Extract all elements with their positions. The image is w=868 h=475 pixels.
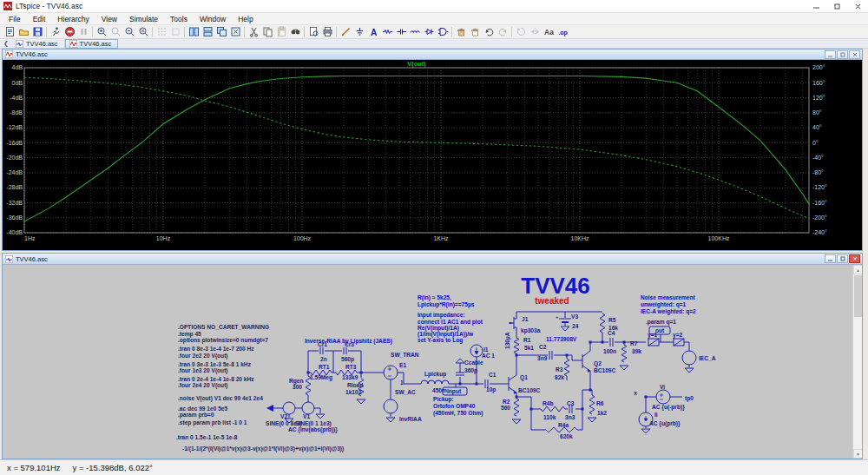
pane-minimize-icon[interactable] — [825, 254, 836, 263]
scrollbar-thumb[interactable] — [854, 275, 862, 317]
drag-icon[interactable] — [468, 25, 482, 38]
close-window-icon[interactable] — [228, 25, 242, 38]
tab-2-tvv46.asc[interactable]: TVV46.asc — [65, 39, 119, 49]
toolbar-separator — [184, 27, 185, 37]
menu-item-view[interactable]: View — [95, 13, 123, 25]
find-icon[interactable] — [288, 25, 302, 38]
text-icon[interactable]: Aa — [542, 25, 556, 38]
pane-close-icon[interactable] — [849, 50, 860, 59]
menu-item-edit[interactable]: Edit — [27, 13, 52, 25]
spice-directive-icon[interactable]: .op — [556, 25, 569, 38]
waveform-window-title: TVV46.asc — [16, 50, 48, 58]
schematic-label: E1 — [399, 362, 406, 368]
label-icon[interactable]: A — [366, 25, 380, 38]
halt-icon[interactable] — [62, 25, 76, 38]
ground-icon[interactable] — [352, 25, 366, 38]
wire-icon[interactable] — [339, 25, 352, 38]
new-schematic-icon[interactable] — [3, 25, 16, 38]
diode-icon[interactable] — [422, 25, 436, 38]
tab-label: TVV46.asc — [80, 40, 112, 48]
y-axis-right-label: 0° — [812, 140, 819, 146]
y-axis-left-label: -8dB — [10, 109, 23, 115]
save-icon[interactable] — [30, 25, 44, 38]
open-icon[interactable] — [16, 25, 30, 38]
schematic-scrollbar[interactable]: ▲ ▼ — [852, 265, 862, 459]
toolbar-separator — [451, 27, 452, 37]
schematic-label: Rload — [347, 382, 363, 388]
menu-item-window[interactable]: Window — [194, 13, 232, 25]
schematic-label: .options plotwinsize=0 numdgt=7 — [178, 337, 268, 344]
run-icon[interactable] — [49, 25, 62, 38]
minimize-icon[interactable] — [806, 0, 826, 13]
menu-bar: FileEditHierarchyViewSimulateToolsWindow… — [0, 13, 868, 25]
tile-vert-icon[interactable] — [187, 25, 201, 38]
maximize-icon[interactable] — [826, 0, 847, 13]
menu-item-tools[interactable]: Tools — [164, 13, 194, 25]
schematic-canvas[interactable]: .OPTIONS NO_CARET_WARNING.temp 45.option… — [3, 265, 862, 459]
schematic-label: 620k — [560, 433, 573, 439]
schematic-label: .four 1e3 20 V(out) — [178, 367, 228, 374]
schematic-label: input — [447, 388, 462, 395]
pane-minimize-icon[interactable] — [825, 50, 836, 59]
zoom-full-icon[interactable] — [136, 25, 150, 38]
cut-icon[interactable] — [247, 25, 260, 38]
print-preview-icon[interactable] — [306, 25, 320, 38]
schematic-label: RT3 — [345, 364, 357, 370]
zoom-in-icon[interactable] — [95, 25, 108, 38]
pane-close-icon[interactable] — [849, 254, 860, 263]
svg-text:.op: .op — [558, 30, 568, 36]
print-icon[interactable] — [320, 25, 334, 38]
component-icon[interactable] — [436, 25, 450, 38]
menu-item-simulate[interactable]: Simulate — [123, 13, 164, 25]
waveform-plot-area[interactable]: 4dB0dB-4dB-8dB-12dB-16dB-20dB-24dB-28dB-… — [3, 60, 862, 250]
schematic-label: V2 — [280, 413, 287, 419]
close-icon[interactable] — [847, 0, 868, 13]
tile-horz-icon[interactable] — [201, 25, 214, 38]
scroll-down-icon[interactable]: ▼ — [853, 449, 862, 459]
scroll-up-icon[interactable]: ▲ — [853, 265, 862, 274]
schematic-label: Cr3 — [345, 341, 354, 347]
schematic-label: C1 — [489, 372, 496, 378]
pane-restore-icon[interactable] — [837, 254, 848, 263]
menu-item-help[interactable]: Help — [232, 13, 259, 25]
menu-item-hierarchy[interactable]: Hierarchy — [51, 13, 95, 25]
inductor-icon[interactable] — [408, 25, 422, 38]
schematic-label: Q2 — [594, 360, 602, 367]
schematic-label: SW_AC — [395, 389, 416, 395]
tab-1-tvv46.asc[interactable]: TVV46.asc — [12, 39, 65, 49]
schematic-label: 82k — [555, 374, 564, 380]
y-axis-right-label: -200° — [812, 214, 827, 221]
y-axis-left-label: -20dB — [6, 155, 23, 161]
schematic-label: Q1 — [520, 374, 528, 381]
tab-label: TVV46.asc — [26, 40, 58, 48]
y-axis-right-label: 40° — [812, 124, 822, 130]
capacitor-icon[interactable] — [394, 25, 408, 38]
schematic-label: kp303a — [521, 327, 541, 334]
cascade-icon[interactable] — [214, 25, 228, 38]
zoom-out-icon[interactable] — [122, 25, 136, 38]
schematic-label: R3 — [556, 366, 563, 373]
toolbar: AAa.op — [0, 25, 868, 39]
copy-icon[interactable] — [260, 25, 274, 38]
x-axis-label: 10Hz — [156, 235, 171, 241]
schematic-icon — [5, 255, 13, 263]
tab-scroll-left-icon[interactable]: ❮ — [0, 40, 12, 47]
resistor-icon[interactable] — [380, 25, 394, 38]
schematic-window: TVV46.asc .OPTIONS NO_CARET_WARNING.temp… — [2, 253, 863, 459]
schematic-label: 24 — [572, 323, 579, 329]
menu-item-file[interactable]: File — [3, 13, 27, 25]
schematic-window-title: TVV46.asc — [16, 255, 48, 263]
schematic-label: R5 — [608, 317, 616, 323]
schematic-label: 5k1 — [524, 345, 534, 351]
schematic-window-titlebar[interactable]: TVV46.asc — [3, 254, 862, 265]
move-icon[interactable] — [454, 25, 468, 38]
undo-icon[interactable] — [482, 25, 496, 38]
schematic-label: TVV46 — [521, 273, 590, 299]
y-axis-right-label: -240° — [812, 229, 827, 235]
waveform-window-titlebar[interactable]: TVV46.asc — [3, 49, 862, 60]
pane-restore-icon[interactable] — [837, 50, 848, 59]
bode-plot[interactable]: 4dB0dB-4dB-8dB-12dB-16dB-20dB-24dB-28dB-… — [3, 60, 862, 250]
schematic-label: BC109C — [594, 367, 616, 373]
schematic-label: x — [634, 390, 637, 396]
schematic-label: Ccable — [464, 360, 483, 366]
